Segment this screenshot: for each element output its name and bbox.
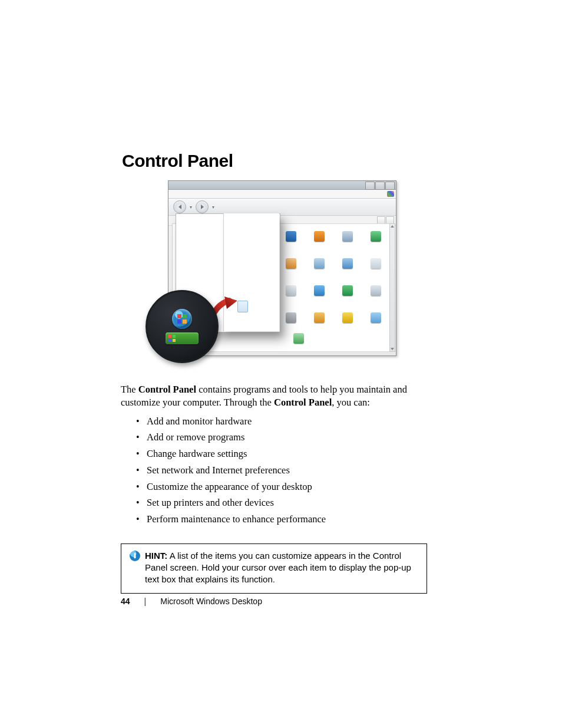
close-button[interactable] — [385, 182, 395, 190]
user-accounts-icon[interactable] — [314, 231, 325, 242]
minimize-button[interactable] — [365, 182, 375, 190]
scroll-down-icon[interactable] — [390, 347, 395, 351]
windows-flag-icon — [387, 191, 394, 197]
vertical-scrollbar[interactable] — [389, 223, 395, 352]
display-icon[interactable] — [286, 231, 296, 242]
wireless-icon[interactable] — [342, 312, 353, 323]
search-options-icon[interactable] — [342, 231, 353, 242]
firewall-icon[interactable] — [314, 312, 325, 323]
control-panel-screenshot: ▾ ▾ — [162, 180, 398, 361]
menubar — [168, 190, 396, 199]
maximize-button[interactable] — [375, 182, 385, 190]
network-connections-icon[interactable] — [314, 285, 325, 296]
feature-bullet: Set up printers and other devices — [134, 496, 427, 509]
forward-history-dropdown[interactable]: ▾ — [212, 205, 214, 210]
hint-content: HINT: A list of the items you can custom… — [145, 550, 418, 586]
java-icon[interactable] — [286, 258, 296, 269]
feature-bullet: Set network and Internet preferences — [134, 464, 427, 477]
printers-icon[interactable] — [286, 285, 296, 296]
taskbar-start-button[interactable] — [166, 332, 199, 344]
feature-bullet: Change hardware settings — [134, 447, 427, 460]
feature-bullet: Customize the appearance of your desktop — [134, 480, 427, 493]
start-menu-item-icon — [237, 301, 248, 312]
body-text: The Control Panel contains programs and … — [121, 383, 427, 526]
hint-label: HINT: — [145, 551, 167, 561]
audio-icon[interactable] — [314, 258, 325, 269]
intro-paragraph: The Control Panel contains programs and … — [121, 383, 427, 409]
page-number: 44 — [121, 597, 130, 606]
page-footer: 44 | Microsoft Windows Desktop — [121, 597, 427, 606]
security-icon[interactable] — [371, 231, 381, 242]
back-button[interactable] — [173, 200, 186, 213]
back-history-dropdown[interactable]: ▾ — [190, 205, 192, 210]
internet-options-icon[interactable] — [342, 285, 353, 296]
feature-bullet: Add or remove programs — [134, 431, 427, 444]
fonts-icon[interactable] — [371, 312, 381, 323]
page-heading: Control Panel — [122, 151, 427, 171]
feature-bullet-list: Add and monitor hardwareAdd or remove pr… — [134, 415, 427, 526]
start-button-magnifier — [146, 290, 219, 363]
hint-icon — [130, 551, 140, 561]
date-time-icon[interactable] — [342, 258, 353, 269]
system-icon[interactable] — [371, 285, 381, 296]
scroll-up-icon[interactable] — [390, 224, 395, 229]
control-panel-icon-grid — [276, 225, 388, 330]
footer-section: Microsoft Windows Desktop — [160, 597, 262, 606]
scheduled-tasks-icon[interactable] — [371, 258, 381, 269]
window-titlebar — [168, 181, 396, 190]
footer-separator: | — [144, 597, 147, 606]
start-menu-subpanel — [223, 213, 279, 331]
feature-bullet: Perform maintenance to enhance performan… — [134, 513, 427, 526]
speech-icon[interactable] — [286, 312, 296, 323]
start-orb-icon[interactable] — [172, 309, 192, 329]
hint-box: HINT: A list of the items you can custom… — [121, 543, 427, 594]
forward-button[interactable] — [196, 200, 209, 213]
hint-text: A list of the items you can customize ap… — [145, 551, 411, 585]
feature-bullet: Add and monitor hardware — [134, 415, 427, 428]
regional-settings-icon[interactable] — [293, 333, 304, 344]
